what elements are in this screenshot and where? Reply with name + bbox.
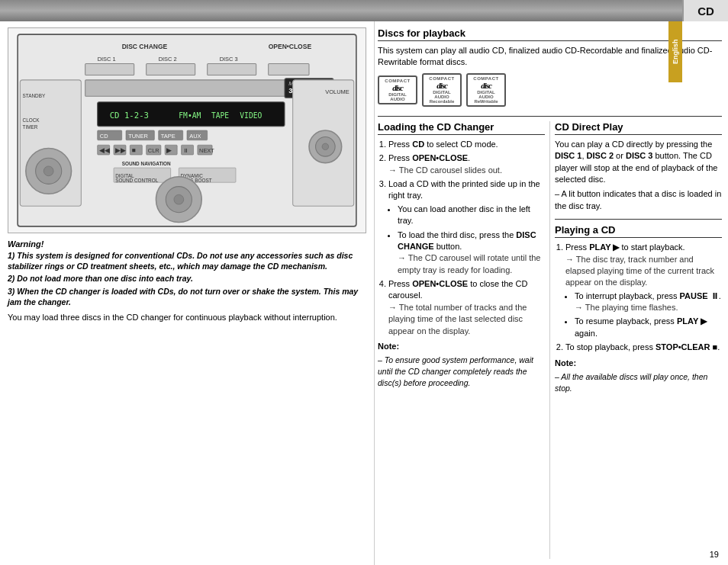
svg-text:CLOCK: CLOCK xyxy=(23,117,40,123)
page-number: 19 xyxy=(710,550,719,559)
svg-text:⏸: ⏸ xyxy=(183,147,188,154)
playing-a-cd-section: Playing a CD Press PLAY ▶ to start playb… xyxy=(555,224,722,393)
svg-point-52 xyxy=(322,143,329,150)
playing-steps-list: Press PLAY ▶ to start playback. → The di… xyxy=(555,242,722,354)
svg-text:CLR: CLR xyxy=(148,147,160,154)
two-column-layout: Loading the CD Changer Press CD to selec… xyxy=(378,121,722,559)
svg-text:◀◀: ◀◀ xyxy=(99,146,110,154)
svg-text:FM•AM: FM•AM xyxy=(179,111,201,120)
device-image: DISC CHANGE OPEN•CLOSE DISC 1 DISC 2 DIS… xyxy=(8,27,366,233)
continuous-text: You may load three discs in the CD chang… xyxy=(8,312,366,323)
svg-text:CD 1-2-3: CD 1-2-3 xyxy=(110,111,149,120)
svg-point-62 xyxy=(174,194,184,204)
disc-icon-recordable: COMPACT disc DIGITAL AUDIORecordable xyxy=(422,73,462,107)
loading-bullet-2: To load the third disc, press the DISC C… xyxy=(398,230,545,277)
svg-text:AUX: AUX xyxy=(189,133,201,140)
svg-text:STANDBY: STANDBY xyxy=(23,93,46,98)
playing-note-label: Note: xyxy=(555,358,722,369)
svg-text:VOLUME: VOLUME xyxy=(325,88,350,95)
english-tab: English xyxy=(668,21,682,82)
loading-step-2: Press OPEN•CLOSE. → The CD carousel slid… xyxy=(388,152,545,176)
svg-rect-10 xyxy=(85,80,317,96)
cd-tab: CD xyxy=(682,0,728,21)
playing-bullet-2: To resume playback, press PLAY ▶ again. xyxy=(575,316,722,339)
right-panel: Discs for playback This system can play … xyxy=(374,21,728,565)
device-svg: DISC CHANGE OPEN•CLOSE DISC 1 DISC 2 DIS… xyxy=(13,33,361,228)
svg-text:DISC 3: DISC 3 xyxy=(220,56,238,63)
svg-text:DISC CHANGE: DISC CHANGE xyxy=(122,43,168,50)
cd-direct-play-bullet: – A lit button indicates that a disc is … xyxy=(555,188,722,212)
warning-item-1: 1) This system is designed for conventio… xyxy=(8,250,366,271)
right-column: CD Direct Play You can play a CD directl… xyxy=(550,121,722,559)
warning-section: Warning! 1) This system is designed for … xyxy=(8,239,366,323)
svg-text:OPEN•CLOSE: OPEN•CLOSE xyxy=(269,43,312,50)
svg-text:DISC 1: DISC 1 xyxy=(98,56,116,63)
playing-step-1: Press PLAY ▶ to start playback. → The di… xyxy=(565,242,722,339)
playing-bullet-1: To interrupt playback, press PAUSE ⏸. → … xyxy=(575,291,722,314)
svg-rect-8 xyxy=(208,64,256,75)
loading-column: Loading the CD Changer Press CD to selec… xyxy=(378,121,550,559)
loading-note-label: Note: xyxy=(378,341,545,352)
svg-text:SOUND CONTROL: SOUND CONTROL xyxy=(115,178,159,183)
svg-text:■: ■ xyxy=(131,146,135,154)
left-panel: DISC CHANGE OPEN•CLOSE DISC 1 DISC 2 DIS… xyxy=(0,21,374,565)
svg-point-47 xyxy=(43,166,53,176)
loading-steps-list: Press CD to select CD mode. Press OPEN•C… xyxy=(378,139,545,337)
loading-note-text: – To ensure good system performance, wai… xyxy=(378,355,545,388)
svg-text:TUNER: TUNER xyxy=(128,133,148,140)
top-bar: CD xyxy=(0,0,728,21)
warning-item-2: 2) Do not load more than one disc into e… xyxy=(8,273,366,284)
warning-item-3: 3) When the CD changer is loaded with CD… xyxy=(8,286,366,307)
loading-bullet-1: You can load another disc in the left tr… xyxy=(398,204,545,227)
playing-a-cd-header: Playing a CD xyxy=(555,224,722,238)
playing-note-text: – All the available discs will play once… xyxy=(555,371,722,393)
main-content: DISC CHANGE OPEN•CLOSE DISC 1 DISC 2 DIS… xyxy=(0,21,728,565)
loading-step-1: Press CD to select CD mode. xyxy=(388,139,545,150)
svg-text:CD: CD xyxy=(100,133,108,140)
loading-bullets: You can load another disc in the left tr… xyxy=(388,204,545,276)
svg-text:SOUND NAVIGATION: SOUND NAVIGATION xyxy=(122,161,171,166)
svg-text:VIDEO: VIDEO xyxy=(240,111,262,120)
svg-rect-6 xyxy=(85,64,134,75)
playing-step-2: To stop playback, press STOP•CLEAR ■. xyxy=(565,342,722,353)
svg-rect-7 xyxy=(147,64,195,75)
svg-text:DISC 2: DISC 2 xyxy=(159,56,177,63)
loading-step-3: Load a CD with the printed side up in th… xyxy=(388,178,545,276)
svg-text:▶: ▶ xyxy=(166,146,172,154)
cd-direct-play-header: CD Direct Play xyxy=(555,121,722,135)
svg-text:NEXT: NEXT xyxy=(199,147,214,154)
disc-icon-audio: COMPACT disc DIGITAL AUDIO xyxy=(378,75,417,104)
svg-text:TAPE: TAPE xyxy=(211,111,229,120)
disc-icon-rewritable: COMPACT disc DIGITAL AUDIOReWritable xyxy=(466,73,506,107)
playing-bullets: To interrupt playback, press PAUSE ⏸. → … xyxy=(565,291,722,340)
loading-step-4: Press OPEN•CLOSE to close the CD carouse… xyxy=(388,278,545,337)
svg-rect-9 xyxy=(269,64,309,75)
svg-text:TIMER: TIMER xyxy=(23,124,38,130)
cd-direct-play-body: You can play a CD directly by pressing t… xyxy=(555,139,722,186)
loading-header: Loading the CD Changer xyxy=(378,121,545,135)
svg-text:▶▶: ▶▶ xyxy=(115,146,126,154)
cd-direct-play-section: CD Direct Play You can play a CD directl… xyxy=(555,121,722,220)
svg-text:TAPE: TAPE xyxy=(161,133,176,140)
warning-title: Warning! xyxy=(8,239,366,249)
